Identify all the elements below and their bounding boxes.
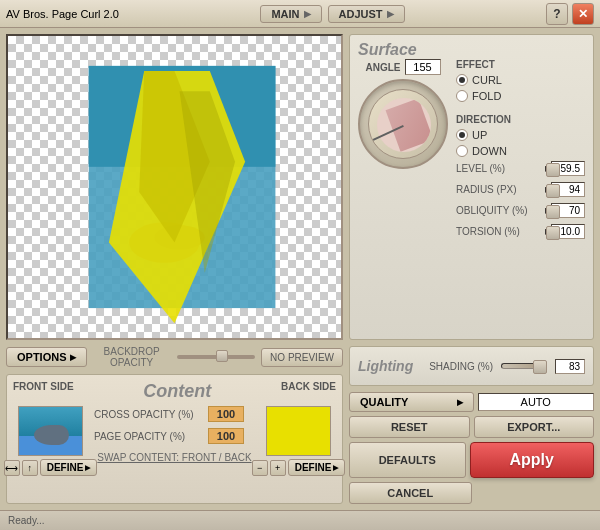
shading-value[interactable]: 83 (555, 359, 585, 374)
radius-label: RADIUS (PX) (456, 184, 541, 195)
radius-slider-row: RADIUS (PX) 94 (456, 182, 585, 197)
app-title: AV Bros. Page Curl 2.0 (6, 8, 119, 20)
level-slider-row: LEVEL (%) 59.5 (456, 161, 585, 176)
torsion-thumb[interactable] (546, 226, 560, 240)
angle-label: ANGLE (366, 62, 401, 73)
front-controls: ⟷ ↑ DEFINE (4, 459, 98, 476)
backdrop-slider[interactable] (177, 355, 255, 359)
adjust-nav-button[interactable]: ADJUST (328, 5, 405, 23)
dial-inner (368, 89, 438, 159)
preview-area (6, 34, 343, 340)
define-back-button[interactable]: DEFINE (288, 459, 346, 476)
down-radio[interactable] (456, 145, 468, 157)
page-opacity-value[interactable]: 100 (208, 428, 244, 444)
backdrop-slider-thumb[interactable] (216, 350, 228, 362)
fold-radio[interactable] (456, 90, 468, 102)
auto-value: AUTO (478, 393, 595, 411)
swap-content-button[interactable]: SWAP CONTENT: FRONT / BACK (94, 450, 255, 465)
content-body: ⟷ ↑ DEFINE CROSS OPACITY (%) 100 PAGE OP… (13, 406, 336, 497)
up-radio[interactable] (456, 129, 468, 141)
cross-opacity-row: CROSS OPACITY (%) 100 (94, 406, 255, 422)
back-side-label: BACK SIDE (281, 381, 336, 392)
backdrop-opacity-label: BACKDROP OPACITY (93, 346, 171, 368)
front-left-arrow[interactable]: ⟷ (4, 460, 20, 476)
fold-label: FOLD (472, 90, 501, 102)
defaults-button[interactable]: DEFAULTS (349, 442, 466, 478)
content-section: FRONT SIDE Content BACK SIDE ⟷ ↑ DEFINE (6, 374, 343, 504)
back-thumbnail (266, 406, 331, 456)
cancel-button[interactable]: CANCEL (349, 482, 472, 504)
back-minus-btn[interactable]: − (252, 460, 268, 476)
sliders-area: LEVEL (%) 59.5 RADIUS (PX) 94 (456, 161, 585, 245)
back-side-area: − + DEFINE (261, 406, 336, 476)
torsion-label: TORSION (%) (456, 226, 541, 237)
back-controls: − + DEFINE (252, 459, 346, 476)
radius-slider[interactable] (545, 187, 547, 193)
front-thumbnail (18, 406, 83, 456)
up-label: UP (472, 129, 487, 141)
quality-button[interactable]: QUALITY (349, 392, 474, 412)
down-label: DOWN (472, 145, 507, 157)
angle-dial[interactable] (358, 79, 448, 169)
shading-thumb[interactable] (533, 360, 547, 374)
obliquity-thumb[interactable] (546, 205, 560, 219)
curl-radio[interactable] (456, 74, 468, 86)
direction-area: DIRECTION UP DOWN (456, 114, 585, 157)
page-opacity-label: PAGE OPACITY (%) (94, 431, 204, 442)
no-preview-button[interactable]: NO PREVIEW (261, 348, 343, 367)
status-text: Ready... (8, 515, 45, 526)
shading-slider[interactable] (501, 363, 547, 369)
obliquity-slider-row: OBLIQUITY (%) 70 (456, 203, 585, 218)
surface-section: Surface ANGLE (349, 34, 594, 340)
front-up-btn[interactable]: ↑ (22, 460, 38, 476)
surface-title: Surface (358, 41, 417, 58)
obliquity-slider[interactable] (545, 208, 547, 214)
main-content: OPTIONS BACKDROP OPACITY NO PREVIEW FRON… (0, 28, 600, 510)
page-opacity-row: PAGE OPACITY (%) 100 (94, 428, 255, 444)
quality-row: QUALITY AUTO (349, 392, 594, 412)
right-panel: Surface ANGLE (349, 34, 594, 504)
torsion-slider[interactable] (545, 229, 547, 235)
effect-area: EFFECT CURL FOLD (456, 59, 585, 102)
reset-button[interactable]: RESET (349, 416, 470, 438)
content-sliders: CROSS OPACITY (%) 100 PAGE OPACITY (%) 1… (94, 406, 255, 465)
content-header: FRONT SIDE Content BACK SIDE (13, 381, 336, 402)
back-plus-btn[interactable]: + (270, 460, 286, 476)
curl-radio-row: CURL (456, 74, 585, 86)
dial-preview (377, 98, 431, 152)
preview-canvas (8, 36, 341, 338)
level-slider[interactable] (545, 166, 547, 172)
down-radio-row: DOWN (456, 145, 585, 157)
torsion-slider-row: TORSION (%) 10.0 (456, 224, 585, 239)
fold-radio-row: FOLD (456, 90, 585, 102)
help-button[interactable]: ? (546, 3, 568, 25)
content-title: Content (74, 381, 281, 402)
obliquity-label: OBLIQUITY (%) (456, 205, 541, 216)
export-button[interactable]: EXPORT... (474, 416, 595, 438)
define-front-button[interactable]: DEFINE (40, 459, 98, 476)
up-radio-row: UP (456, 129, 585, 141)
reset-export-row: RESET EXPORT... (349, 416, 594, 438)
apply-button[interactable]: Apply (470, 442, 595, 478)
angle-input[interactable] (405, 59, 441, 75)
main-nav-button[interactable]: MAIN (260, 5, 321, 23)
front-side-area: ⟷ ↑ DEFINE (13, 406, 88, 476)
lighting-section: Lighting SHADING (%) 83 (349, 346, 594, 386)
lighting-title: Lighting (358, 358, 413, 374)
backdrop-slider-container (177, 355, 255, 359)
cross-opacity-label: CROSS OPACITY (%) (94, 409, 204, 420)
radius-thumb[interactable] (546, 184, 560, 198)
options-button[interactable]: OPTIONS (6, 347, 87, 367)
left-panel: OPTIONS BACKDROP OPACITY NO PREVIEW FRON… (6, 34, 343, 504)
angle-row: ANGLE (366, 59, 441, 75)
level-label: LEVEL (%) (456, 163, 541, 174)
effect-row: EFFECT (456, 59, 585, 70)
close-button[interactable]: ✕ (572, 3, 594, 25)
front-side-label: FRONT SIDE (13, 381, 74, 392)
preview-image (8, 36, 341, 338)
angle-dial-area: ANGLE (358, 59, 448, 245)
status-bar: Ready... (0, 510, 600, 530)
level-thumb[interactable] (546, 163, 560, 177)
cross-opacity-value[interactable]: 100 (208, 406, 244, 422)
defaults-apply-row: DEFAULTS Apply (349, 442, 594, 478)
